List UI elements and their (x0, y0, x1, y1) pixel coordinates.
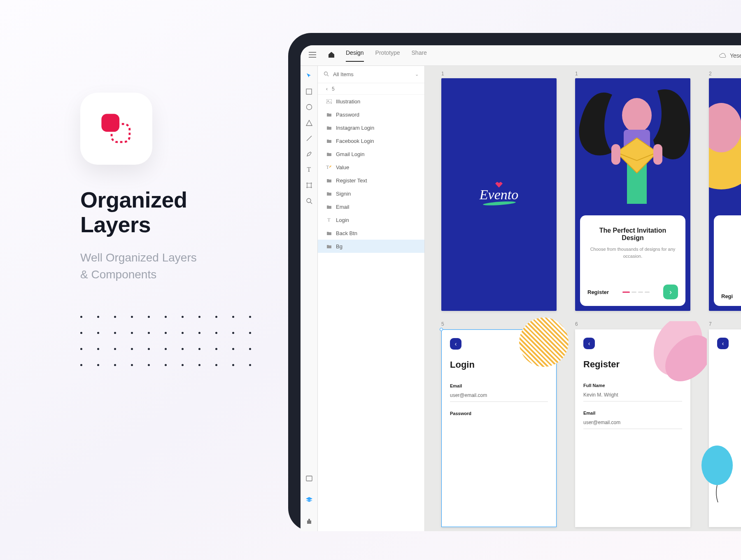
layer-label: Bg (336, 243, 343, 250)
layer-label: Login (336, 217, 349, 223)
artboard-label-2[interactable]: 1 (575, 71, 578, 77)
tab-prototype[interactable]: Prototype (375, 49, 400, 62)
promo-title: Organized Layers (80, 187, 253, 237)
layer-type-icon (326, 191, 332, 196)
layer-row[interactable]: Register Text (318, 174, 424, 187)
layer-label: Email (336, 204, 350, 210)
layer-label: Facebook Login (336, 138, 374, 144)
line-tool-icon[interactable] (305, 134, 313, 142)
pen-tool-icon[interactable] (305, 150, 313, 158)
svg-point-6 (324, 72, 328, 75)
assets-icon[interactable] (305, 474, 313, 483)
layer-label: Instagram Login (336, 125, 374, 131)
artboard-label-6[interactable]: 6 (575, 321, 578, 327)
artboard-label-7[interactable]: 7 (709, 321, 712, 327)
svg-rect-7 (326, 99, 332, 104)
layers-breadcrumb[interactable]: ‹ 5 (318, 83, 424, 95)
back-button[interactable]: ‹ (450, 338, 461, 350)
promo-sub-line2: & Components (80, 268, 156, 281)
decorative-blob-pink (649, 321, 707, 387)
promo-icon (80, 93, 152, 165)
tool-strip: T (301, 66, 318, 531)
page-indicator (622, 292, 650, 293)
promo-sub-line1: Well Organized Layers (80, 251, 197, 264)
email-value-reg: user@email.com (583, 420, 682, 429)
layer-row[interactable]: Illustration (318, 95, 424, 108)
layer-type-icon (326, 205, 332, 209)
register-link-2[interactable]: Regi (721, 293, 733, 299)
canvas[interactable]: 1 1 2 5 6 7 Evento (425, 66, 741, 531)
artboard-label-1[interactable]: 1 (441, 71, 444, 77)
layer-type-icon: T (326, 217, 332, 223)
artboard-tool-icon[interactable] (305, 181, 313, 189)
rectangle-tool-icon[interactable] (305, 87, 313, 96)
promo-block: Organized Layers Well Organized Layers &… (80, 93, 253, 380)
svg-point-3 (306, 105, 312, 110)
email-field-reg[interactable]: Email user@email.com (575, 411, 690, 429)
layers-search[interactable]: All Items ⌄ (318, 66, 424, 83)
main-area: T All Items ⌄ ‹ 5 Illustratio (301, 66, 741, 531)
layer-row[interactable]: Back Btn (318, 226, 424, 240)
layer-row[interactable]: Email (318, 200, 424, 213)
layer-row[interactable]: Signin (318, 187, 424, 200)
layer-label: Back Btn (336, 230, 357, 236)
search-icon (324, 71, 329, 78)
artboard-register[interactable]: ‹ Register Full Name Kevin M. Wright Ema… (575, 329, 690, 527)
onboarding-desc: Choose from thousands of designs for any… (587, 246, 678, 259)
decorative-balloon (701, 445, 741, 502)
layer-row[interactable]: Bg (318, 240, 424, 253)
mode-tabs: Design Prototype Share (346, 49, 427, 62)
select-tool-icon[interactable] (305, 72, 313, 80)
artboard-7[interactable]: ‹ (709, 329, 741, 527)
svg-rect-5 (306, 476, 312, 481)
layer-row[interactable]: TLogin (318, 213, 424, 226)
tab-design[interactable]: Design (346, 49, 364, 62)
email-field[interactable]: Email user@email.com (442, 383, 556, 402)
layer-label: Register Text (336, 177, 367, 184)
polygon-tool-icon[interactable] (305, 119, 313, 127)
back-button[interactable]: ‹ (583, 338, 595, 349)
svg-point-18 (701, 446, 733, 485)
layer-label: Value (336, 164, 349, 170)
selection-handle[interactable] (440, 328, 443, 331)
hamburger-icon[interactable] (309, 52, 316, 59)
layer-row[interactable]: Instagram Login (318, 121, 424, 134)
text-tool-icon[interactable]: T (305, 166, 313, 174)
app-toolbar: Design Prototype Share Yesevent ⌄ (301, 45, 741, 66)
layer-label: Signin (336, 191, 351, 197)
register-link[interactable]: Register (587, 289, 609, 295)
artboard-label-5[interactable]: 5 (441, 321, 444, 327)
layer-row[interactable]: Gmail Login (318, 147, 424, 161)
artboard-onboarding[interactable]: The Perfect Invitation Design Choose fro… (575, 78, 690, 311)
zoom-tool-icon[interactable] (305, 197, 313, 205)
layer-type-icon (326, 178, 332, 183)
document-name: Yesevent (730, 52, 741, 59)
tab-share[interactable]: Share (412, 49, 427, 62)
layer-type-icon (326, 231, 332, 236)
chevron-left-icon: ‹ (326, 86, 328, 92)
artboard-login[interactable]: ‹ Login Email user@email.com Password (441, 329, 557, 527)
layer-row[interactable]: Facebook Login (318, 134, 424, 147)
breadcrumb-label: 5 (332, 86, 335, 92)
logo: Evento (480, 187, 518, 203)
email-value: user@email.com (450, 392, 548, 402)
layer-type-icon (326, 99, 332, 104)
layer-type-icon (326, 152, 332, 156)
plugins-icon[interactable] (305, 517, 313, 525)
artboard-label-3[interactable]: 2 (709, 71, 712, 77)
layer-row[interactable]: T Value (318, 161, 424, 174)
layers-icon[interactable] (305, 496, 313, 504)
next-button[interactable]: › (663, 285, 678, 299)
svg-rect-12 (611, 144, 620, 165)
promo-subtitle: Well Organized Layers & Components (80, 250, 253, 283)
password-field[interactable]: Password (442, 411, 556, 416)
home-icon[interactable] (328, 51, 335, 59)
layer-row[interactable]: Password (318, 108, 424, 121)
artboard-onboarding-2[interactable]: Regi (709, 78, 741, 311)
artboard-splash[interactable]: Evento (441, 78, 557, 311)
back-button[interactable]: ‹ (717, 338, 729, 349)
decorative-dots (80, 316, 253, 366)
ellipse-tool-icon[interactable] (305, 103, 313, 111)
document-menu[interactable]: Yesevent ⌄ (719, 52, 741, 59)
email-label: Email (450, 383, 548, 388)
